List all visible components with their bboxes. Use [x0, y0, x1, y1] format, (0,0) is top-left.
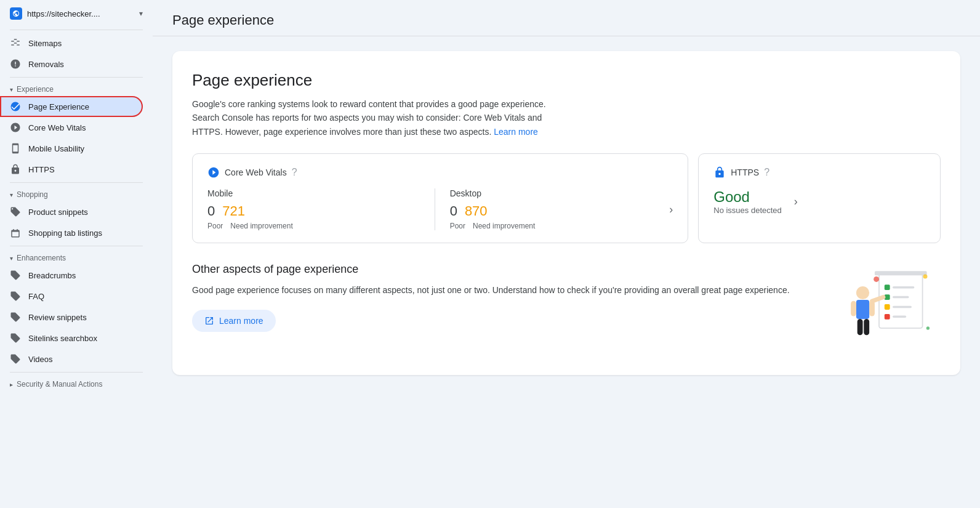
core-web-vitals-card[interactable]: Core Web Vitals ? Mobile 0 721 Po — [192, 153, 688, 243]
page-experience-illustration — [824, 263, 934, 355]
https-help-icon[interactable]: ? — [764, 167, 769, 178]
svg-rect-4 — [893, 286, 914, 289]
sidebar-item-label: Shopping tab listings — [28, 228, 102, 238]
divider-1 — [10, 77, 143, 78]
sitelinks-icon — [10, 333, 21, 344]
sidebar-item-core-web-vitals[interactable]: Core Web Vitals — [0, 117, 143, 138]
removals-icon — [10, 58, 21, 70]
url-selector[interactable]: https://sitechecker.... ▾ — [0, 0, 153, 27]
svg-rect-16 — [851, 301, 856, 316]
desktop-label: Desktop — [450, 188, 662, 198]
mobile-metric: Mobile 0 721 Poor Need improvement — [207, 188, 435, 230]
sidebar-item-faq[interactable]: FAQ — [0, 286, 143, 307]
divider-2 — [10, 182, 143, 183]
chevron-down-icon: ▾ — [10, 192, 13, 198]
section-label: Shopping — [17, 190, 48, 199]
illustration — [817, 263, 941, 355]
mobile-numbers: 0 721 — [207, 203, 420, 219]
section-label: Experience — [17, 85, 54, 94]
svg-rect-1 — [879, 274, 923, 328]
svg-rect-9 — [885, 314, 890, 320]
product-snippets-icon — [10, 206, 21, 217]
sidebar-item-label: Review snippets — [28, 313, 87, 322]
help-icon[interactable]: ? — [292, 167, 297, 178]
sidebar-item-videos[interactable]: Videos — [0, 349, 143, 369]
experience-section-header[interactable]: ▾ Experience — [0, 80, 153, 96]
svg-rect-8 — [893, 306, 912, 308]
url-text: https://sitechecker.... — [27, 9, 134, 18]
desktop-poor-value: 0 — [450, 203, 457, 219]
sidebar-item-breadcrumbs[interactable]: Breadcrumbs — [0, 265, 143, 286]
sidebar-item-product-snippets[interactable]: Product snippets — [0, 201, 143, 222]
desktop-improve-value: 870 — [465, 203, 488, 219]
sidebar-item-label: Breadcrumbs — [28, 271, 76, 280]
sitemap-icon — [10, 38, 21, 49]
main-card: Page experience Google's core ranking sy… — [172, 51, 960, 375]
core-web-vitals-header: Core Web Vitals ? — [207, 166, 673, 179]
sidebar-item-label: Core Web Vitals — [28, 123, 86, 132]
sidebar: https://sitechecker.... ▾ Sitemaps Remov… — [0, 0, 153, 508]
metric-sub-row: Mobile 0 721 Poor Need improvement — [207, 188, 673, 230]
mobile-usability-icon — [10, 143, 21, 154]
https-icon — [10, 164, 21, 175]
sidebar-item-review-snippets[interactable]: Review snippets — [0, 307, 143, 328]
main-content: Page experience Page experience Google's… — [153, 0, 980, 508]
core-web-vitals-icon — [10, 122, 21, 133]
https-header: HTTPS ? — [713, 166, 925, 179]
mobile-label: Mobile — [207, 188, 420, 198]
svg-point-0 — [11, 102, 20, 111]
svg-rect-18 — [857, 319, 863, 335]
learn-more-inline-link[interactable]: Learn more — [494, 127, 538, 137]
core-web-vitals-chevron: › — [662, 188, 673, 230]
divider-top — [10, 30, 143, 30]
svg-rect-10 — [893, 316, 906, 318]
chevron-down-icon: ▾ — [10, 255, 13, 262]
sidebar-item-https[interactable]: HTTPS — [0, 159, 143, 180]
chevron-down-icon: ▾ — [139, 9, 143, 18]
section-label: Security & Manual Actions — [17, 380, 102, 389]
videos-icon — [10, 353, 21, 365]
sidebar-item-sitelinks-searchbox[interactable]: Sitelinks searchbox — [0, 328, 143, 349]
other-aspects-text: Other aspects of page experience Good pa… — [192, 263, 803, 331]
sidebar-item-label: Product snippets — [28, 208, 88, 217]
sidebar-item-removals[interactable]: Removals — [0, 54, 143, 75]
mobile-poor-value: 0 — [207, 203, 215, 219]
sidebar-item-mobile-usability[interactable]: Mobile Usability — [0, 138, 143, 159]
https-status: Good — [713, 188, 777, 206]
divider-3 — [10, 246, 143, 246]
svg-rect-6 — [893, 296, 909, 299]
security-section-header[interactable]: ▸ Security & Manual Actions — [0, 375, 153, 391]
https-card[interactable]: HTTPS ? Good No issues detected › — [698, 153, 941, 243]
sidebar-item-page-experience[interactable]: Page Experience — [0, 96, 143, 117]
shopping-tab-icon — [10, 227, 21, 238]
svg-rect-7 — [885, 304, 890, 310]
page-title: Page experience — [172, 12, 274, 28]
sidebar-item-sitemaps[interactable]: Sitemaps — [0, 33, 143, 54]
page-experience-icon — [10, 101, 21, 112]
card-title: Page experience — [192, 71, 941, 90]
card-description: Google's core ranking systems look to re… — [192, 97, 549, 139]
sidebar-item-label: FAQ — [28, 292, 44, 301]
desktop-metric: Desktop 0 870 Poor Need improvement — [435, 188, 662, 230]
svg-point-11 — [874, 276, 879, 282]
svg-rect-15 — [856, 300, 869, 319]
sidebar-item-label: Sitelinks searchbox — [28, 334, 97, 343]
other-aspects-desc: Good page experience focuses on many dif… — [192, 283, 803, 297]
external-link-icon — [204, 316, 214, 326]
core-web-vitals-icon — [207, 166, 220, 179]
mobile-improve-value: 721 — [222, 203, 245, 219]
enhancements-section-header[interactable]: ▾ Enhancements — [0, 249, 153, 265]
sidebar-item-label: Page Experience — [28, 102, 89, 111]
desktop-numbers: 0 870 — [450, 203, 662, 219]
review-snippets-icon — [10, 312, 21, 323]
sidebar-item-shopping-tab-listings[interactable]: Shopping tab listings — [0, 222, 143, 243]
breadcrumbs-icon — [10, 270, 21, 281]
shopping-section-header[interactable]: ▾ Shopping — [0, 185, 153, 201]
page-header: Page experience — [153, 0, 980, 36]
learn-more-button[interactable]: Learn more — [192, 310, 276, 332]
https-sub: Good No issues detected — [713, 188, 782, 215]
divider-4 — [10, 372, 143, 373]
svg-point-13 — [926, 326, 930, 329]
chevron-right-icon: ▸ — [10, 381, 13, 388]
learn-more-btn-label: Learn more — [219, 316, 263, 326]
